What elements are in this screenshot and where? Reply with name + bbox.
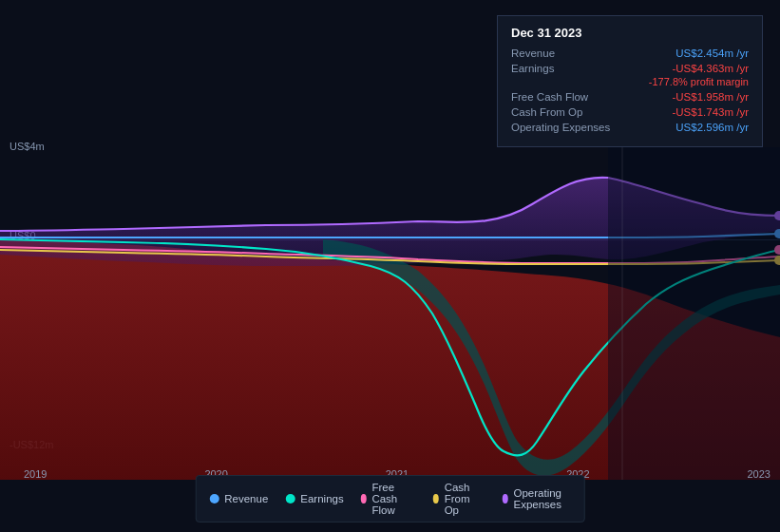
fcf-end-dot — [774, 245, 780, 255]
legend-item-opex[interactable]: Operating Expenses — [503, 487, 571, 510]
tooltip-label-opex: Operating Expenses — [511, 122, 616, 133]
legend-dot-fcf — [361, 494, 367, 504]
legend-dot-cashfromop — [433, 494, 439, 504]
legend-label-opex: Operating Expenses — [514, 487, 571, 510]
tooltip-sub-margin: -177.8% profit margin — [511, 76, 749, 87]
tooltip-label-revenue: Revenue — [511, 48, 616, 59]
x-label-2023: 2023 — [748, 468, 770, 480]
earnings-fill-area — [0, 239, 780, 480]
tooltip-value-fcf: -US$1.958m /yr — [672, 91, 749, 103]
tooltip-row-cashfromop: Cash From Op -US$1.743m /yr — [511, 106, 749, 118]
legend-item-cashfromop[interactable]: Cash From Op — [433, 482, 485, 516]
legend-label-revenue: Revenue — [224, 493, 268, 504]
tooltip-label-fcf: Free Cash Flow — [511, 91, 616, 103]
legend-dot-revenue — [209, 494, 219, 504]
tooltip-value-earnings: -US$4.363m /yr — [672, 63, 749, 74]
legend-item-revenue[interactable]: Revenue — [209, 493, 268, 504]
legend-dot-earnings — [285, 494, 295, 504]
tooltip-row-fcf: Free Cash Flow -US$1.958m /yr — [511, 91, 749, 103]
tooltip-label-earnings: Earnings — [511, 63, 616, 74]
tooltip: Dec 31 2023 Revenue US$2.454m /yr Earnin… — [497, 15, 763, 147]
chart-svg — [0, 147, 780, 480]
tooltip-value-opex: US$2.596m /yr — [675, 122, 749, 133]
tooltip-value-cashfromop: -US$1.743m /yr — [672, 106, 749, 118]
chart-area — [0, 147, 780, 480]
tooltip-row-earnings: Earnings -US$4.363m /yr — [511, 63, 749, 74]
legend-dot-opex — [503, 494, 508, 504]
legend-label-cashfromop: Cash From Op — [445, 482, 485, 516]
legend-label-fcf: Free Cash Flow — [371, 482, 416, 516]
legend-item-earnings[interactable]: Earnings — [285, 493, 343, 504]
tooltip-row-revenue: Revenue US$2.454m /yr — [511, 48, 749, 59]
tooltip-value-revenue: US$2.454m /yr — [675, 48, 749, 59]
legend: Revenue Earnings Free Cash Flow Cash Fro… — [195, 475, 585, 522]
x-label-2019: 2019 — [24, 468, 47, 480]
tooltip-title: Dec 31 2023 — [511, 26, 749, 40]
legend-label-earnings: Earnings — [300, 493, 343, 504]
tooltip-row-opex: Operating Expenses US$2.596m /yr — [511, 122, 749, 133]
legend-item-fcf[interactable]: Free Cash Flow — [361, 482, 416, 516]
tooltip-label-cashfromop: Cash From Op — [511, 106, 616, 118]
